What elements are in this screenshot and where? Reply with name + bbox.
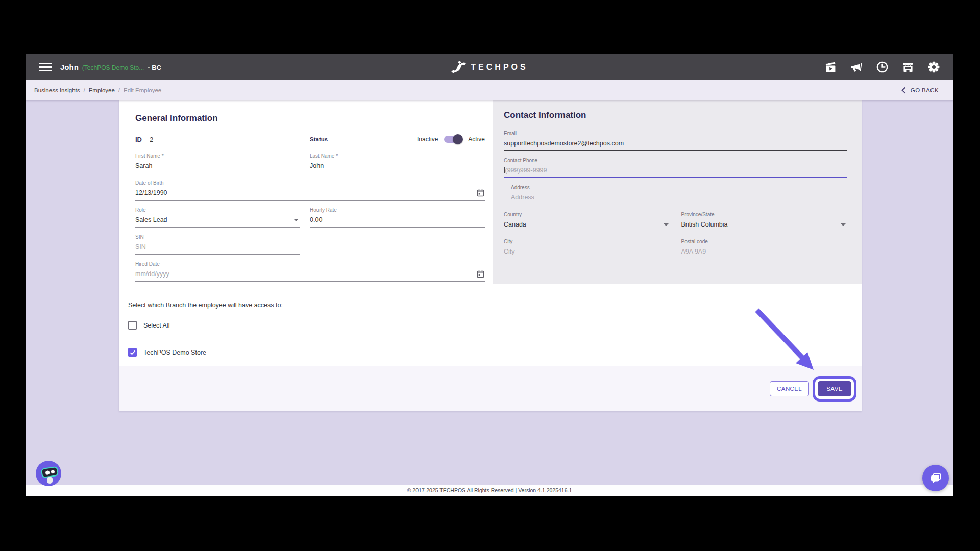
postal-code-label: Postal code (681, 239, 848, 244)
city-label: City (504, 239, 670, 244)
status-toggle-knob (453, 134, 463, 144)
email-field-group: Email supporttechposdemostore2@techpos.c… (504, 131, 847, 151)
last-name-input[interactable]: John (310, 162, 485, 173)
general-information-title: General Information (135, 113, 485, 123)
hourly-rate-input[interactable]: 0.00 (310, 216, 485, 228)
email-input[interactable]: supporttechposdemostore2@techpos.com (504, 139, 847, 151)
breadcrumb-employee[interactable]: Employee (89, 87, 115, 93)
robot-icon (41, 466, 59, 478)
dob-field-group: Date of Birth 12/13/1990 (135, 180, 485, 201)
chevron-down-icon (293, 219, 299, 221)
breadcrumb-business-insights[interactable]: Business Insights (34, 87, 80, 93)
address-input[interactable]: Address (511, 193, 844, 205)
first-name-field-group: First Name * Sarah (135, 153, 300, 173)
go-back-label: GO BACK (911, 87, 939, 93)
first-name-input[interactable]: Sarah (135, 162, 300, 173)
chevron-down-icon (841, 223, 846, 226)
cancel-button[interactable]: CANCEL (770, 381, 809, 396)
province-field-group: Province/State British Columbia (681, 212, 848, 232)
hourly-rate-field-group: Hourly Rate 0.00 (310, 207, 485, 228)
id-label: ID (135, 136, 142, 143)
select-all-checkbox[interactable] (128, 321, 137, 330)
postal-code-input[interactable]: A9A 9A9 (681, 247, 848, 259)
sin-label: SIN (135, 234, 300, 240)
chevron-down-icon (664, 223, 669, 226)
province-label: Province/State (681, 212, 848, 217)
techpos-logo-icon (451, 60, 467, 74)
role-field-group: Role Sales Lead (135, 207, 300, 228)
country-select[interactable]: Canada (504, 220, 670, 232)
live-chat-button[interactable] (922, 465, 949, 491)
store-name: (TechPOS Demo Sto... (82, 64, 144, 71)
footer-bar: © 2017-2025 TECHPOS All Rights Reserved … (26, 485, 953, 496)
branch-row-techpos-demo-store[interactable]: TechPOS Demo Store (128, 348, 862, 357)
status-inactive-label: Inactive (417, 136, 438, 143)
go-back-button[interactable]: GO BACK (901, 87, 939, 94)
contact-phone-input[interactable]: (999)999-9999 (504, 166, 847, 178)
save-button-highlight: SAVE (813, 376, 856, 402)
general-information-section: General Information ID 2 Status Inactive… (119, 100, 493, 284)
branch-prompt: Select which Branch the employee will ha… (128, 302, 862, 309)
sin-input[interactable]: SIN (135, 243, 300, 255)
branch-checkbox-checked[interactable] (128, 348, 137, 357)
chevron-left-icon (901, 87, 906, 94)
region-label: - BC (148, 64, 161, 71)
select-all-label: Select All (143, 322, 169, 329)
city-input[interactable]: City (504, 247, 670, 259)
topbar-icons (824, 61, 940, 73)
city-field-group: City City (504, 239, 670, 259)
first-name-label: First Name * (135, 153, 300, 159)
dob-label: Date of Birth (135, 180, 485, 186)
app-window: John (TechPOS Demo Sto... - BC TECHPOS (26, 54, 953, 496)
user-name: John (60, 63, 79, 71)
content-area: General Information ID 2 Status Inactive… (26, 100, 953, 484)
select-all-row[interactable]: Select All (128, 321, 862, 330)
brand-wordmark: TECHPOS (471, 63, 528, 72)
country-field-group: Country Canada (504, 212, 670, 232)
branch-access-section: Select which Branch the employee will ha… (119, 284, 862, 366)
country-label: Country (504, 212, 670, 217)
clapperboard-icon[interactable] (824, 61, 837, 73)
contact-phone-label: Contact Phone (504, 158, 847, 163)
top-bar: John (TechPOS Demo Sto... - BC TECHPOS (26, 54, 953, 80)
chatbot-launcher-button[interactable] (36, 461, 61, 486)
store-icon[interactable] (901, 61, 915, 73)
save-button[interactable]: SAVE (818, 381, 851, 396)
calendar-icon[interactable] (477, 189, 484, 197)
form-action-bar: CANCEL SAVE (119, 366, 862, 411)
status-toggle[interactable] (444, 136, 462, 143)
checkmark-icon (130, 350, 136, 355)
contact-phone-field-group: Contact Phone (999)999-9999 (504, 158, 847, 178)
hired-date-input[interactable]: mm/dd/yyyy (135, 270, 485, 282)
calendar-icon[interactable] (477, 270, 484, 278)
branch-label: TechPOS Demo Store (143, 349, 206, 356)
id-value: 2 (150, 136, 153, 143)
hamburger-menu-icon[interactable] (39, 63, 52, 71)
gear-icon[interactable] (927, 61, 940, 73)
breadcrumb-separator: / (84, 87, 85, 93)
chat-bubbles-icon (929, 471, 942, 485)
user-context[interactable]: John (TechPOS Demo Sto... - BC (60, 63, 161, 71)
province-select[interactable]: British Columbia (681, 220, 848, 232)
role-select[interactable]: Sales Lead (135, 216, 300, 228)
contact-information-title: Contact Information (504, 110, 847, 120)
status-active-label: Active (468, 136, 485, 143)
last-name-label: Last Name * (310, 153, 485, 159)
status-row: Status Inactive Active (310, 134, 485, 144)
address-label: Address (511, 185, 844, 190)
breadcrumb-edit-employee: Edit Employee (124, 87, 161, 93)
edit-employee-card: General Information ID 2 Status Inactive… (119, 100, 862, 411)
role-label: Role (135, 207, 300, 213)
dob-input[interactable]: 12/13/1990 (135, 189, 485, 201)
breadcrumb-bar: Business Insights / Employee / Edit Empl… (26, 80, 953, 100)
brand-logo: TECHPOS (451, 60, 528, 74)
status-label: Status (310, 136, 328, 142)
email-label: Email (504, 131, 847, 136)
employee-id: ID 2 (135, 134, 300, 144)
contact-information-section: Contact Information Email supporttechpos… (493, 100, 862, 284)
last-name-field-group: Last Name * John (310, 153, 485, 173)
megaphone-icon[interactable] (850, 61, 863, 73)
postal-code-field-group: Postal code A9A 9A9 (681, 239, 848, 259)
clock-icon[interactable] (876, 61, 889, 73)
copyright-version-text: © 2017-2025 TECHPOS All Rights Reserved … (407, 487, 572, 493)
